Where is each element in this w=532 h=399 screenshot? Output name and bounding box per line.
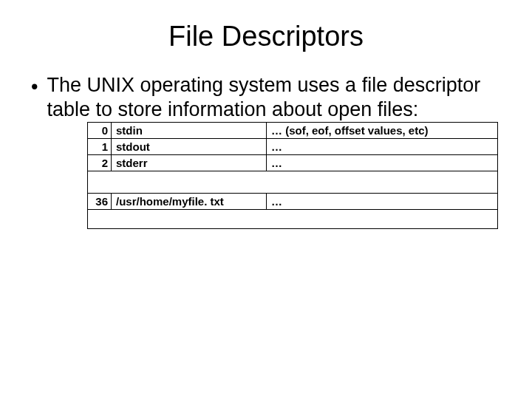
- table-tail-row: [88, 209, 498, 228]
- page-title: File Descriptors: [30, 21, 502, 52]
- fd-name: /usr/home/myfile. txt: [112, 193, 267, 209]
- gap-cell: [88, 171, 498, 193]
- bullet-marker: •: [31, 75, 38, 99]
- fd-name: stderr: [112, 154, 267, 171]
- table-row: 0 stdin … (sof, eof, offset values, etc): [88, 122, 498, 138]
- fd-table-wrap: 0 stdin … (sof, eof, offset values, etc)…: [87, 122, 502, 229]
- fd-info: …: [267, 193, 498, 209]
- fd-number: 2: [88, 154, 112, 171]
- table-row: 1 stdout …: [88, 138, 498, 154]
- fd-name: stdin: [112, 122, 267, 138]
- tail-cell: [88, 209, 498, 228]
- fd-info: … (sof, eof, offset values, etc): [267, 122, 498, 138]
- slide: File Descriptors • The UNIX operating sy…: [0, 0, 532, 399]
- bullet-text: The UNIX operating system uses a file de…: [47, 73, 502, 122]
- bullet-item: • The UNIX operating system uses a file …: [30, 73, 502, 122]
- fd-table: 0 stdin … (sof, eof, offset values, etc)…: [87, 122, 498, 229]
- fd-name: stdout: [112, 138, 267, 154]
- fd-number: 0: [88, 122, 112, 138]
- fd-info: …: [267, 138, 498, 154]
- fd-number: 36: [88, 193, 112, 209]
- table-row: 36 /usr/home/myfile. txt …: [88, 193, 498, 209]
- fd-number: 1: [88, 138, 112, 154]
- fd-info: …: [267, 154, 498, 171]
- table-gap-row: [88, 171, 498, 193]
- table-row: 2 stderr …: [88, 154, 498, 171]
